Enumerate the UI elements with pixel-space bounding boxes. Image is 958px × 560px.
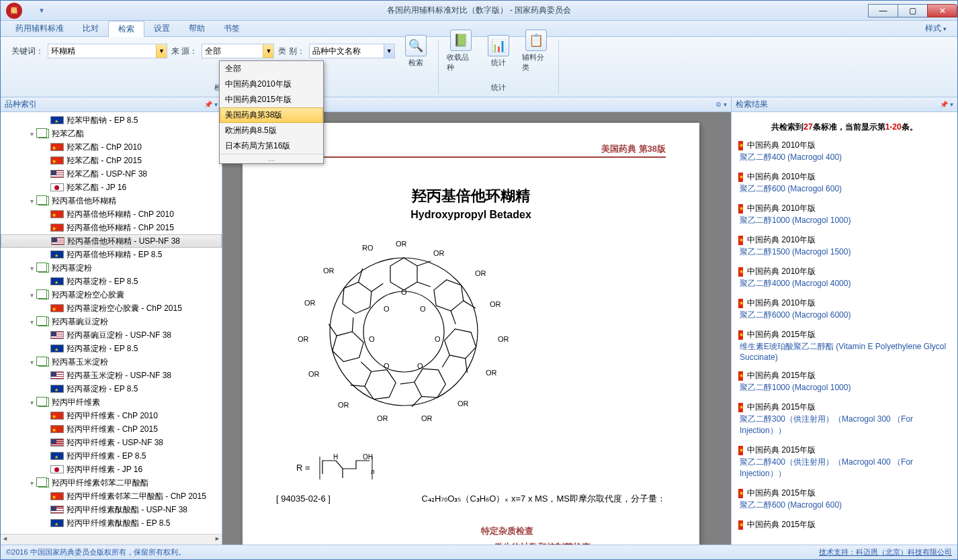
tree-item[interactable]: ▾羟丙甲纤维素	[1, 395, 222, 409]
tree-item[interactable]: 羟丙基淀粉空心胶囊 - ChP 2015	[1, 301, 222, 315]
flag-us-icon	[50, 371, 64, 379]
result-link[interactable]: 聚乙二醇1000 (Macrogol 1000)	[740, 215, 951, 226]
search-button[interactable]: 🔍 检索	[399, 34, 433, 69]
tree-item[interactable]: ▾羟丙基倍他环糊精	[1, 194, 222, 207]
tree-item[interactable]: ▾羟丙基玉米淀粉	[1, 355, 222, 369]
keyword-dropdown-icon[interactable]: ▼	[156, 44, 167, 58]
result-source: 中国药典 2015年版	[747, 370, 816, 381]
source-dropdown-icon[interactable]: ▼	[263, 44, 273, 58]
category-input[interactable]	[310, 44, 384, 58]
result-link[interactable]: 聚乙二醇1000 (Macrogol 1000)	[740, 382, 951, 393]
result-link[interactable]: 聚乙二醇400 (Macrogol 400)	[740, 152, 951, 163]
tree-item[interactable]: 羟丙甲纤维素 - EP 8.5	[1, 449, 222, 463]
tree-item[interactable]: 羟丙甲纤维素 - JP 16	[1, 463, 222, 476]
tree-item[interactable]: 羟丙基淀粉 - EP 8.5	[1, 382, 222, 395]
tree-item[interactable]: 羟丙甲纤维素 - ChP 2015	[1, 422, 222, 436]
flag-eu-icon	[50, 452, 64, 460]
menu-tab-0[interactable]: 药用辅料标准	[6, 21, 73, 37]
tree-item[interactable]: 羟苯甲酯钠 - EP 8.5	[1, 113, 222, 127]
maximize-button[interactable]: ▢	[898, 4, 928, 17]
dropdown-item[interactable]: 全部	[220, 61, 323, 77]
qat-dropdown-icon[interactable]: ▼	[38, 7, 45, 14]
tree-item[interactable]: 羟苯乙酯 - ChP 2015	[1, 154, 222, 167]
flag-jp-icon	[50, 465, 64, 473]
pin-icon[interactable]: 📌 ▾	[940, 101, 953, 108]
menu-tab-2[interactable]: 检索	[108, 21, 144, 37]
pin-icon[interactable]: 📌 ▾	[204, 101, 218, 108]
tree-item[interactable]: 羟丙基倍他环糊精 - ChP 2010	[1, 207, 222, 221]
flag-cn-icon	[50, 412, 64, 420]
svg-text:O: O	[420, 305, 426, 313]
dropdown-item[interactable]: 日本药局方第16版	[220, 138, 323, 154]
tree-item[interactable]: 羟苯乙酯 - USP-NF 38	[1, 167, 222, 181]
source-input[interactable]	[202, 44, 263, 58]
tree-item[interactable]: 羟丙基倍他环糊精 - EP 8.5	[1, 248, 222, 261]
tree-item[interactable]: 羟丙基倍他环糊精 - USP-NF 38	[1, 234, 222, 248]
tree-item[interactable]: 羟丙基倍他环糊精 - ChP 2015	[1, 221, 222, 234]
menu-tab-1[interactable]: 比对	[73, 21, 108, 37]
flag-eu-icon	[50, 250, 64, 259]
style-button[interactable]: 样式 ▾	[920, 21, 952, 36]
tree-item[interactable]: 羟丙基玉米淀粉 - USP-NF 38	[1, 369, 222, 382]
tree-item[interactable]: 羟丙基淀粉 - EP 8.5	[1, 342, 222, 355]
result-source: 中国药典 2010年版	[747, 234, 816, 246]
dropdown-item[interactable]: 中国药典2015年版	[220, 92, 323, 107]
result-link[interactable]: 维生素E琥珀酸聚乙二醇酯 (Vitamin E Polyethylene Gly…	[740, 341, 951, 362]
dropdown-item[interactable]: 欧洲药典8.5版	[220, 123, 323, 138]
tree-item[interactable]: ▾羟丙基淀粉	[1, 261, 222, 275]
keyword-input[interactable]	[48, 44, 156, 58]
stats-button[interactable]: 📊 统计	[482, 34, 515, 69]
tree-item[interactable]: 羟丙基淀粉 - EP 8.5	[1, 275, 222, 288]
source-combo[interactable]: ▼	[202, 44, 274, 58]
tree-item[interactable]: 羟丙甲纤维素 - USP-NF 38	[1, 436, 222, 449]
result-link[interactable]: 聚乙二醇400（供注射用）（Macrogol 400 （For Injectio…	[740, 457, 951, 479]
menu-tab-4[interactable]: 帮助	[179, 21, 214, 37]
support-link[interactable]: 技术支持：科迈恩（北京）科技有限公司	[819, 547, 952, 557]
result-link[interactable]: 聚乙二醇1500 (Macrogol 1500)	[740, 246, 951, 258]
classify-button[interactable]: 📋 辅料分类	[519, 28, 553, 74]
menu-tab-3[interactable]: 设置	[144, 21, 179, 37]
collect-button[interactable]: 📗 收载品种	[444, 28, 478, 74]
result-item: 中国药典 2015年版聚乙二醇400（供注射用）（Macrogol 400 （F…	[738, 445, 951, 479]
category-combo[interactable]: ▼	[309, 44, 395, 58]
svg-text:O: O	[435, 335, 441, 343]
source-label: 来 源：	[171, 46, 198, 57]
result-item: 中国药典 2010年版聚乙二醇6000 (Macrogol 6000)	[738, 297, 951, 321]
flag-cn-icon	[738, 446, 743, 455]
source-dropdown-menu: 全部中国药典2010年版中国药典2015年版美国药典第38版欧洲药典8.5版日本…	[219, 60, 324, 164]
tree-item[interactable]: 羟丙甲纤维素邻苯二甲酸酯 - ChP 2015	[1, 489, 222, 503]
doc-tools-icon[interactable]: ⚙ ▾	[715, 101, 727, 108]
tree-item-label: 羟丙甲纤维素邻苯二甲酸酯 - ChP 2015	[67, 491, 206, 502]
tree-item[interactable]: 羟苯乙酯 - JP 16	[1, 181, 222, 194]
tree-item[interactable]: ▾羟丙甲纤维素邻苯二甲酸酯	[1, 476, 222, 489]
tree-item[interactable]: 羟丙甲纤维素 - ChP 2010	[1, 409, 222, 422]
result-link[interactable]: 聚乙二醇300（供注射用）（Macrogol 300 （For Injectio…	[740, 414, 951, 436]
dropdown-item[interactable]: 美国药典第38版	[220, 107, 323, 123]
tree-hscrollbar[interactable]	[1, 534, 222, 545]
tree-item[interactable]: ▾羟丙基豌豆淀粉	[1, 315, 222, 328]
svg-text:OR: OR	[421, 414, 433, 422]
result-link[interactable]: 聚乙二醇600 (Macrogol 600)	[740, 500, 951, 511]
tree-item[interactable]: ▾羟苯乙酯	[1, 127, 222, 140]
category-dropdown-icon[interactable]: ▼	[384, 44, 394, 58]
tree-item[interactable]: ▾羟丙基淀粉空心胶囊	[1, 288, 222, 301]
tree-item[interactable]: 羟丙基豌豆淀粉 - USP-NF 38	[1, 328, 222, 342]
tree-item[interactable]: 羟丙甲纤维素酞酸酯 - EP 8.5	[1, 516, 222, 530]
minimize-button[interactable]: —	[868, 4, 898, 17]
flag-cn-icon	[50, 143, 64, 151]
result-link[interactable]: 聚乙二醇600 (Macrogol 600)	[740, 183, 951, 195]
results-list[interactable]: 中国药典 2010年版聚乙二醇400 (Macrogol 400)中国药典 20…	[732, 140, 957, 545]
result-link[interactable]: 聚乙二醇4000 (Macrogol 4000)	[740, 278, 951, 289]
document-viewer[interactable]: 糊精 美国药典 第38版 羟丙基倍他环糊精 Hydroxypropyl Beta…	[222, 112, 731, 545]
molecular-formula: C₄₂H₇₀O₃₅（C₃H₆O）ₓ x=7 x MS，MS即摩尔取代度，分子量：	[422, 493, 666, 505]
result-item: 中国药典 2010年版聚乙二醇1500 (Macrogol 1500)	[738, 234, 951, 258]
result-link[interactable]: 聚乙二醇6000 (Macrogol 6000)	[740, 310, 951, 321]
tree-item[interactable]: 羟苯乙酯 - ChP 2010	[1, 140, 222, 154]
tree-item[interactable]: 羟丙甲纤维素酞酸酯 - USP-NF 38	[1, 503, 222, 516]
keyword-combo[interactable]: ▼	[48, 44, 167, 58]
doc-icon	[38, 263, 49, 273]
tree-view[interactable]: 羟苯甲酯钠 - EP 8.5▾羟苯乙酯羟苯乙酯 - ChP 2010羟苯乙酯 -…	[1, 112, 222, 534]
menu-tab-5[interactable]: 书签	[214, 21, 249, 37]
close-button[interactable]: ✕	[927, 4, 957, 17]
dropdown-item[interactable]: 中国药典2010年版	[220, 77, 323, 92]
